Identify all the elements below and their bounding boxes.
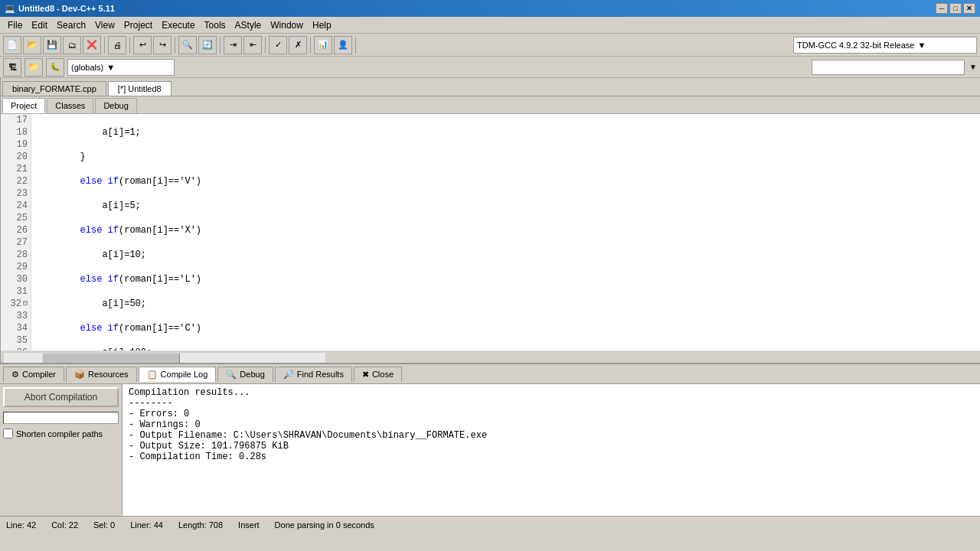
abort-compilation-button[interactable]: Abort Compilation <box>3 387 119 407</box>
menu-edit[interactable]: Edit <box>27 18 52 32</box>
status-mode: Insert <box>238 520 260 530</box>
menu-help[interactable]: Help <box>308 18 336 32</box>
code-container: 17 18 19 20 21 22 23 24 25 26 27 28 29 3… <box>1 114 980 350</box>
tab-close-bottom[interactable]: ✖ Close <box>354 367 402 382</box>
save-all-button[interactable]: 🗂 <box>63 36 81 54</box>
menu-project[interactable]: Project <box>119 18 157 32</box>
search-toolbar-input[interactable] <box>812 60 965 75</box>
shorten-paths-row: Shorten compiler paths <box>3 429 119 439</box>
menu-search[interactable]: Search <box>52 18 90 32</box>
class-browse-button[interactable]: 🏗 <box>3 58 21 77</box>
code-editor[interactable]: 17 18 19 20 21 22 23 24 25 26 27 28 29 3… <box>1 114 980 363</box>
left-panel-tabs: Project Classes Debug <box>1 96 980 114</box>
output-line-4: - Warnings: 0 <box>129 419 974 430</box>
profile-button[interactable]: 👤 <box>334 36 352 54</box>
title-bar-text: Untitled8 - Dev-C++ 5.11 <box>18 4 115 13</box>
unindent-button[interactable]: ⇤ <box>243 36 262 54</box>
code-content[interactable]: a[i]=1; } else if(roman[i]=='V') a[i]=5;… <box>31 114 980 350</box>
tab-debug[interactable]: Debug <box>95 98 136 113</box>
bottom-tabs: ⚙ Compiler 📦 Resources 📋 Compile Log 🔍 D… <box>0 364 980 384</box>
open-button[interactable]: 📂 <box>23 36 41 54</box>
stats-button[interactable]: 📊 <box>314 36 332 54</box>
new-button[interactable]: 📄 <box>3 36 21 54</box>
title-bar-left: 💻 Untitled8 - Dev-C++ 5.11 <box>5 4 115 14</box>
toolbar-sep5 <box>265 37 266 54</box>
compile-log-tab-label: Compile Log <box>161 370 208 379</box>
toolbar-sep7 <box>355 37 356 54</box>
output-line-5: - Output Filename: C:\Users\SHRAVAN\Docu… <box>129 430 974 441</box>
clear-bookmarks-button[interactable]: ✗ <box>289 36 307 54</box>
close-button[interactable]: ✕ <box>963 3 975 14</box>
progress-bar <box>3 412 119 424</box>
menu-bar: File Edit Search View Project Execute To… <box>0 17 980 34</box>
minimize-button[interactable]: ─ <box>936 3 948 14</box>
toolbar-sep4 <box>220 37 220 54</box>
bottom-panel: ⚙ Compiler 📦 Resources 📋 Compile Log 🔍 D… <box>0 363 980 516</box>
compiler-tab-icon: ⚙ <box>11 370 19 380</box>
debug-toggle-button[interactable]: 🐛 <box>46 58 64 77</box>
menu-astyle[interactable]: AStyle <box>230 18 266 32</box>
output-line-1: Compilation results... <box>129 387 974 398</box>
status-sel: Sel: 0 <box>93 520 115 530</box>
close-tab-label: Close <box>372 370 394 379</box>
bottom-controls: Abort Compilation Shorten compiler paths <box>0 384 122 516</box>
tab-resources[interactable]: 📦 Resources <box>66 367 137 382</box>
output-line-7: - Compilation Time: 0.28s <box>129 452 974 462</box>
main-toolbar: 📄 📂 💾 🗂 ❌ 🖨 ↩ ↪ 🔍 🔄 ⇥ ⇤ ✓ ✗ 📊 👤 TDM-GCC … <box>0 34 980 57</box>
tab-debug-bottom[interactable]: 🔍 Debug <box>217 367 273 382</box>
find-results-label: Find Results <box>297 370 344 379</box>
tab-untitled8[interactable]: [*] Untitled8 <box>108 81 172 96</box>
toolbar-sep1 <box>104 37 105 54</box>
project-manage-button[interactable]: 📁 <box>24 58 43 77</box>
compiler-tab-label: Compiler <box>22 370 56 379</box>
status-col: Col: 22 <box>51 520 78 530</box>
save-button[interactable]: 💾 <box>43 36 61 54</box>
code-scrollbar-area[interactable] <box>1 350 980 363</box>
menu-tools[interactable]: Tools <box>200 18 230 32</box>
find-results-icon: 🔎 <box>283 370 294 380</box>
close-tab-icon: ✖ <box>362 370 369 380</box>
maximize-button[interactable]: □ <box>949 3 962 14</box>
undo-button[interactable]: ↩ <box>133 36 152 54</box>
status-message: Done parsing in 0 seconds <box>275 520 374 530</box>
tab-binary-formate[interactable]: binary_FORMATE.cpp <box>2 81 106 96</box>
status-length: Length: 708 <box>178 520 223 530</box>
print-button[interactable]: 🖨 <box>108 36 126 54</box>
workspace: binary_FORMATE.cpp [*] Untitled8 Project… <box>0 78 980 363</box>
status-liner: Liner: 44 <box>130 520 163 530</box>
tab-project[interactable]: Project <box>2 98 45 113</box>
shorten-paths-checkbox[interactable] <box>3 429 13 439</box>
resources-tab-icon: 📦 <box>74 370 85 380</box>
indent-button[interactable]: ⇥ <box>224 36 242 54</box>
tab-compile-log[interactable]: 📋 Compile Log <box>139 367 217 382</box>
toggle-bookmark-button[interactable]: ✓ <box>269 36 287 54</box>
toolbar-sep3 <box>175 37 175 54</box>
find-button[interactable]: 🔍 <box>178 36 197 54</box>
tab-find-results[interactable]: 🔎 Find Results <box>275 367 352 382</box>
secondary-toolbar: 🏗 📁 🐛 (globals) ▼ ▼ <box>0 57 980 78</box>
debug-tab-label: Debug <box>240 370 264 379</box>
toolbar-sep2 <box>129 37 130 54</box>
content-area: binary_FORMATE.cpp [*] Untitled8 Project… <box>1 78 980 363</box>
status-line: Line: 42 <box>6 520 36 530</box>
globals-dropdown[interactable]: (globals) ▼ <box>67 59 175 76</box>
menu-execute[interactable]: Execute <box>157 18 199 32</box>
tab-compiler[interactable]: ⚙ Compiler <box>3 367 64 382</box>
close-file-button[interactable]: ❌ <box>83 36 101 54</box>
tab-classes[interactable]: Classes <box>47 98 93 113</box>
debug-tab-icon: 🔍 <box>226 370 237 380</box>
resources-tab-label: Resources <box>88 370 129 379</box>
redo-button[interactable]: ↪ <box>153 36 172 54</box>
menu-window[interactable]: Window <box>266 18 308 32</box>
replace-button[interactable]: 🔄 <box>198 36 217 54</box>
output-line-6: - Output Size: 101.796875 KiB <box>129 441 974 452</box>
menu-view[interactable]: View <box>90 18 119 32</box>
title-bar: 💻 Untitled8 - Dev-C++ 5.11 ─ □ ✕ <box>0 0 980 17</box>
menu-file[interactable]: File <box>3 18 27 32</box>
line-numbers: 17 18 19 20 21 22 23 24 25 26 27 28 29 3… <box>1 114 31 350</box>
compile-log-tab-icon: 📋 <box>147 370 158 380</box>
compiler-dropdown[interactable]: TDM-GCC 4.9.2 32-bit Release ▼ <box>793 37 977 54</box>
output-line-2: -------- <box>129 398 974 409</box>
toolbar-sep6 <box>310 37 311 54</box>
title-bar-controls[interactable]: ─ □ ✕ <box>936 3 975 14</box>
